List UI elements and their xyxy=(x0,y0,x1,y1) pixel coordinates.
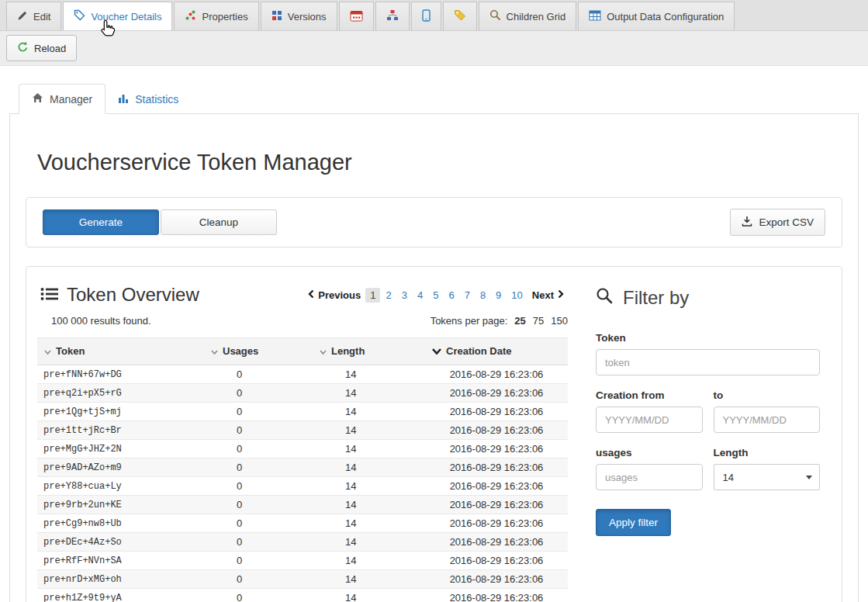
column-header-creation-date[interactable]: Creation Date xyxy=(425,338,568,365)
table-cell: 2016-08-29 16:23:06 xyxy=(425,440,568,458)
calendar-icon xyxy=(350,9,363,24)
toolbar-tab-properties[interactable]: Properties xyxy=(174,2,258,30)
home-icon xyxy=(32,92,43,106)
pagination-page-8[interactable]: 8 xyxy=(475,288,490,303)
per-page-option-150[interactable]: 150 xyxy=(551,315,568,327)
toolbar-tab-org-chart[interactable] xyxy=(375,2,410,30)
filter-section: Filter by Token Creation from to usages xyxy=(568,281,831,536)
pagination-page-9[interactable]: 9 xyxy=(491,288,506,303)
token-filter-input[interactable] xyxy=(596,349,820,375)
pagination-page-10[interactable]: 10 xyxy=(507,288,527,303)
usages-input[interactable] xyxy=(596,464,703,490)
table-cell: 14 xyxy=(313,440,425,458)
table-cell: 14 xyxy=(313,421,425,440)
pagination-previous[interactable]: Previous xyxy=(306,289,363,301)
table-row: pre+1tt+jRc+Br0142016-08-29 16:23:06 xyxy=(37,421,568,440)
table-cell: 2016-08-29 16:23:06 xyxy=(425,496,568,514)
tab-statistics[interactable]: Statistics xyxy=(105,84,191,114)
token-filter-label: Token xyxy=(596,332,820,344)
column-header-usages[interactable]: Usages xyxy=(204,338,313,365)
table-cell: 0 xyxy=(204,589,313,602)
table-cell: pre+h1Z+9t9+yA xyxy=(37,589,204,602)
page-title: Voucherservice Token Manager xyxy=(37,150,842,175)
pagination-page-4[interactable]: 4 xyxy=(413,288,427,303)
table-cell: 14 xyxy=(313,552,425,570)
column-header-length[interactable]: Length xyxy=(313,338,425,365)
column-header-token[interactable]: Token xyxy=(37,338,204,365)
table-cell: 14 xyxy=(313,496,425,514)
table-cell: 0 xyxy=(204,570,313,589)
tab-label: Statistics xyxy=(135,93,178,106)
table-row: pre+1Qg+tjS+mj0142016-08-29 16:23:06 xyxy=(37,403,568,421)
token-overview-panel: Token Overview Previous 12345678910 Next… xyxy=(26,266,842,602)
table-cell: pre+fNN+67w+DG xyxy=(37,365,204,384)
pagination-page-2[interactable]: 2 xyxy=(381,288,396,303)
pagination-page-3[interactable]: 3 xyxy=(397,288,412,303)
pagination: Previous 12345678910 Next xyxy=(306,288,566,303)
pagination-page-7[interactable]: 7 xyxy=(460,288,475,303)
toolbar-tab-label: Children Grid xyxy=(507,11,566,22)
table-row: pre+DEc+4Az+So0142016-08-29 16:23:06 xyxy=(37,533,568,552)
creation-from-input[interactable] xyxy=(596,407,703,433)
toolbar-tab-label: Output Data Configuration xyxy=(607,11,724,22)
table-cell: 2016-08-29 16:23:06 xyxy=(425,365,568,384)
toolbar-tab-mobile[interactable] xyxy=(411,2,441,30)
apply-filter-button[interactable]: Apply filter xyxy=(596,509,671,536)
table-cell: 2016-08-29 16:23:06 xyxy=(425,421,568,440)
pagination-page-6[interactable]: 6 xyxy=(444,288,458,303)
toolbar-tab-edit[interactable]: Edit xyxy=(6,2,61,30)
per-page-option-75[interactable]: 75 xyxy=(533,315,544,327)
table-cell: pre+DEc+4Az+So xyxy=(37,533,204,552)
toolbar-tab-tag[interactable] xyxy=(443,2,477,30)
table-cell: pre+Cg9+nw8+Ub xyxy=(37,514,204,533)
toolbar-tab-voucher-details[interactable]: Voucher Details xyxy=(63,2,172,30)
table-cell: pre+MgG+JHZ+2N xyxy=(37,440,204,458)
toolbar-tab-label: Versions xyxy=(288,11,327,22)
length-select-value: 14 xyxy=(723,472,734,483)
table-cell: pre+1Qg+tjS+mj xyxy=(37,403,204,421)
export-csv-button[interactable]: Export CSV xyxy=(730,209,825,236)
generate-button[interactable]: Generate xyxy=(43,209,159,235)
tab-label: Manager xyxy=(50,93,92,106)
table-cell: pre+9AD+AZo+m9 xyxy=(37,458,204,477)
mobile-icon xyxy=(422,9,431,24)
creation-to-input[interactable] xyxy=(714,407,821,433)
toolbar-tab-children-grid[interactable]: Children Grid xyxy=(479,2,577,30)
pagination-page-1[interactable]: 1 xyxy=(365,288,380,303)
pagination-page-5[interactable]: 5 xyxy=(428,288,443,303)
table-cell: 2016-08-29 16:23:06 xyxy=(425,589,568,602)
table-cell: 2016-08-29 16:23:06 xyxy=(425,570,568,589)
tab-manager[interactable]: Manager xyxy=(19,84,105,114)
table-cell: 0 xyxy=(204,403,313,421)
download-icon xyxy=(742,216,752,229)
top-toolbar: Edit Voucher Details Properties Versions… xyxy=(0,0,868,31)
reload-label: Reload xyxy=(34,43,66,54)
table-cell: 0 xyxy=(204,421,313,440)
chevron-right-icon xyxy=(558,289,564,301)
table-row: pre+9AD+AZo+m90142016-08-29 16:23:06 xyxy=(37,458,568,477)
table-cell: 2016-08-29 16:23:06 xyxy=(425,403,568,421)
toolbar-tab-output-data-configuration[interactable]: Output Data Configuration xyxy=(578,2,735,30)
table-cell: 0 xyxy=(204,552,313,570)
per-page-label: Tokens per page: xyxy=(431,315,508,327)
cleanup-button[interactable]: Cleanup xyxy=(161,209,277,235)
tokens-per-page: Tokens per page: 25 75 150 xyxy=(431,315,568,327)
per-page-option-25[interactable]: 25 xyxy=(514,315,525,327)
toolbar-tab-versions[interactable]: Versions xyxy=(261,2,337,30)
secondary-toolbar: Reload xyxy=(0,31,868,66)
pagination-next[interactable]: Next xyxy=(530,289,566,301)
reload-icon xyxy=(17,41,29,55)
table-cell: 14 xyxy=(313,589,425,602)
voucher-tag-icon xyxy=(74,9,85,23)
toolbar-tab-calendar[interactable] xyxy=(339,2,374,30)
table-cell: 0 xyxy=(204,477,313,496)
toolbar-tab-label: Edit xyxy=(33,11,50,22)
reload-button[interactable]: Reload xyxy=(6,35,77,61)
table-cell: pre+Y88+cua+Ly xyxy=(37,477,204,496)
table-cell: 2016-08-29 16:23:06 xyxy=(425,552,568,570)
pagination-pages: 12345678910 xyxy=(365,288,527,303)
token-overview-title-text: Token Overview xyxy=(67,284,199,306)
length-select[interactable]: 14 xyxy=(714,464,821,490)
length-label: Length xyxy=(714,447,821,458)
main-panel: Voucherservice Token Manager Generate Cl… xyxy=(9,114,859,602)
